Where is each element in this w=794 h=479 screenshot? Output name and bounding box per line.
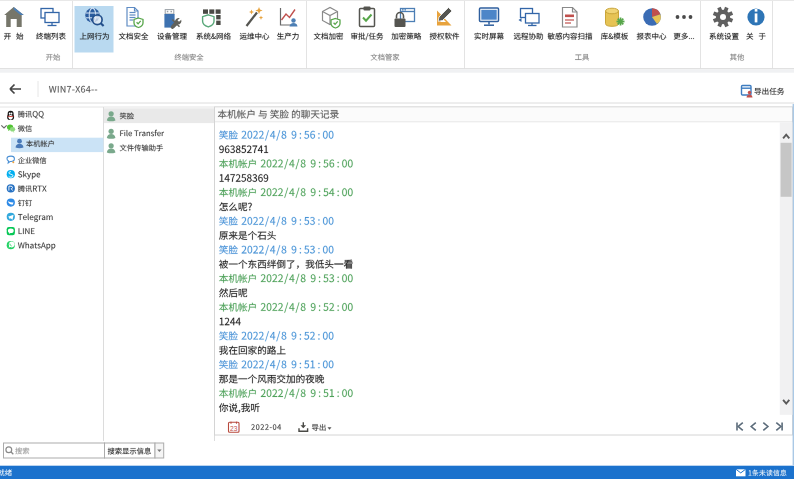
svg-text:23: 23: [230, 425, 238, 432]
